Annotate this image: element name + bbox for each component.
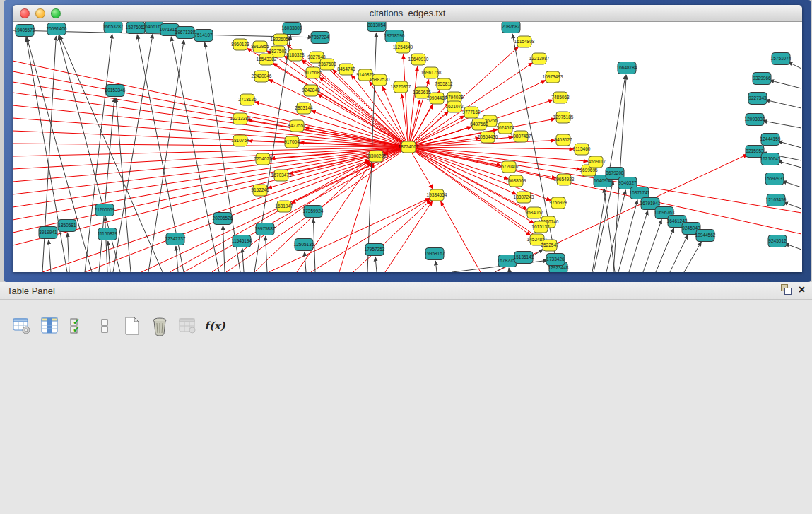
graph-node[interactable]: 21260659 (95, 204, 115, 216)
graph-node[interactable]: 9756928 (549, 197, 567, 209)
graph-node[interactable]: 8427552 (288, 120, 306, 132)
graph-node[interactable]: 9777169 (462, 107, 481, 118)
graph-node[interactable]: 3624574 (496, 122, 514, 134)
graph-node[interactable]: 20364436 (478, 132, 498, 143)
graph-node[interactable]: 9152246 (251, 185, 269, 196)
graph-node[interactable]: 7514107 (194, 30, 213, 42)
graph-node[interactable]: 16154808 (514, 36, 535, 47)
graph-node[interactable]: 8960123 (231, 39, 249, 50)
graph-node[interactable]: 18220357 (391, 81, 411, 93)
graph-node[interactable]: 8813054 (367, 22, 386, 32)
graph-node[interactable]: 12505135 (294, 239, 314, 251)
network-canvas[interactable]: 1940557220691406166532871527606264661621… (13, 22, 802, 272)
graph-node-label: 10688609 (506, 178, 526, 183)
graph-node[interactable]: 19958167 (425, 248, 445, 260)
graph-node[interactable]: 9329966 (753, 73, 771, 85)
show-columns-icon[interactable] (39, 315, 60, 337)
graph-node[interactable]: 10973493 (543, 71, 563, 83)
network-window-titlebar[interactable]: citations_edges.txt (13, 5, 802, 22)
graph-node[interactable]: 9245012 (768, 235, 787, 247)
graph-node[interactable]: 1733426 (546, 254, 565, 266)
graph-node[interactable]: 20691406 (47, 23, 67, 35)
graph-node[interactable]: 10944562 (695, 230, 716, 242)
graph-node[interactable]: 2718126 (238, 94, 257, 105)
graph-node[interactable]: 1615132 (531, 221, 550, 233)
row-height-icon[interactable] (94, 315, 115, 337)
table-mode-icon[interactable] (11, 315, 33, 337)
graph-node[interactable]: 18640910 (408, 54, 429, 65)
citation-network-graph[interactable]: 1940557220691406166532871527606264661621… (13, 22, 802, 272)
graph-node[interactable]: 12213389 (230, 113, 251, 124)
graph-node[interactable]: 11545194 (232, 235, 252, 247)
graph-node[interactable]: 8186328 (286, 49, 305, 61)
graph-node[interactable]: 19218596 (384, 30, 405, 42)
graph-node[interactable]: 15276062 (126, 22, 146, 34)
select-columns-icon[interactable]: ✓ ✓ (66, 315, 88, 337)
graph-node[interactable]: 15692931 (765, 173, 785, 185)
graph-node[interactable]: 12093833 (745, 114, 765, 126)
graph-node[interactable]: 2803144 (295, 103, 313, 114)
graph-node[interactable]: 16210643 (760, 153, 781, 165)
graph-node[interactable]: 10371741 (630, 187, 650, 199)
graph-node[interactable]: 12213987 (529, 53, 550, 64)
graph-node[interactable]: 9175685 (304, 67, 322, 78)
graph-node[interactable]: 1621072 (445, 101, 464, 112)
graph-node[interactable]: 15135141 (514, 252, 534, 264)
graph-node[interactable]: 2367608 (318, 59, 336, 70)
graph-node[interactable]: 16961758 (421, 67, 442, 78)
graph-node[interactable]: 12975185 (553, 112, 574, 123)
graph-node[interactable]: 9463627 (554, 134, 572, 146)
graph-node[interactable]: 12342737 (165, 233, 186, 245)
float-panel-icon[interactable] (781, 284, 792, 295)
new-column-icon[interactable] (122, 315, 143, 337)
graph-node[interactable]: 19654923 (554, 174, 575, 185)
graph-node[interactable]: 7485063 (551, 92, 570, 103)
graph-node[interactable]: 7254021 (254, 153, 272, 165)
graph-node[interactable]: 19405572 (15, 25, 35, 37)
graph-node[interactable]: 20153346 (105, 85, 126, 97)
graph-node[interactable]: 9227343 (748, 93, 767, 105)
graph-node[interactable]: 10688609 (506, 175, 526, 187)
graph-node[interactable]: 16648784 (617, 62, 637, 74)
close-panel-icon[interactable]: × (799, 284, 805, 295)
graph-node[interactable]: 15751074 (771, 53, 792, 65)
graph-node[interactable]: 19904487 (427, 93, 447, 104)
graph-node[interactable]: 11156829 (98, 228, 117, 240)
graph-node[interactable]: 3919941 (39, 227, 57, 239)
graph-node[interactable]: 7857224 (311, 32, 329, 44)
graph-node[interactable]: 20206526 (213, 213, 233, 225)
graph-node[interactable]: 9115460 (573, 144, 591, 155)
graph-node-label: 12505135 (294, 242, 314, 247)
graph-node[interactable]: 1810754 (231, 135, 249, 146)
graph-node[interactable]: 2522547 (541, 240, 559, 251)
graph-node[interactable]: 16703471 (271, 170, 292, 181)
graph-node[interactable]: 1850581 (58, 220, 76, 232)
graph-node[interactable]: 8454743 (337, 64, 355, 75)
graph-node[interactable]: 9584067 (525, 207, 543, 218)
graph-node[interactable]: 2087682 (502, 22, 520, 33)
graph-node[interactable]: 9242848 (302, 85, 320, 96)
graph-node[interactable]: 22420046 (252, 71, 272, 82)
graph-node[interactable]: 917004 (284, 136, 300, 148)
graph-node[interactable]: 7955812 (435, 78, 453, 90)
graph-node[interactable]: 18226058 (271, 34, 291, 45)
graph-node[interactable]: 19384554 (427, 189, 447, 201)
function-builder-icon[interactable]: f(x) (204, 315, 225, 337)
graph-node[interactable]: 10807487 (511, 131, 531, 142)
graph-node[interactable]: 17359924 (303, 206, 324, 218)
delete-column-icon[interactable] (149, 315, 170, 337)
graph-node[interactable]: 8912955 (251, 41, 269, 52)
import-table-icon[interactable] (177, 315, 198, 337)
graph-node[interactable]: 16653287 (103, 22, 124, 33)
graph-node[interactable]: 12444159 (760, 134, 781, 146)
graph-node[interactable]: 19671388 (175, 27, 196, 39)
graph-node[interactable]: 6497568 (470, 119, 488, 130)
graph-node[interactable]: 11254549 (393, 42, 413, 53)
graph-node[interactable]: 12103459 (766, 194, 787, 206)
graph-node[interactable]: 14569117 (586, 156, 606, 168)
graph-node[interactable]: 15887520 (370, 74, 390, 86)
graph-node[interactable]: 16033809 (282, 23, 302, 35)
graph-node[interactable]: 19975887 (255, 223, 276, 235)
graph-node[interactable]: 17957253 (365, 244, 385, 256)
graph-node[interactable]: 1631947 (275, 201, 293, 212)
